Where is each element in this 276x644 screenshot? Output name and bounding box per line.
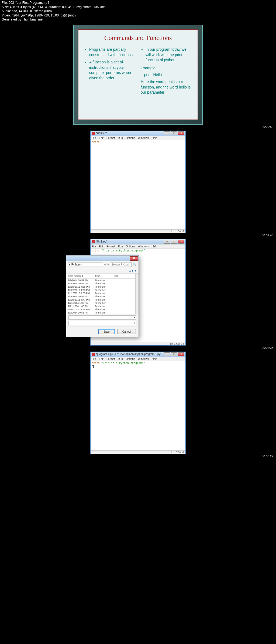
scrollbar[interactable] — [135, 274, 139, 314]
idle-window-3: *program 1.py - E:/Development/Python/pr… — [90, 352, 186, 454]
titlebar[interactable]: *Untitled* ─ □ ✕ — [91, 131, 185, 136]
filename-combo[interactable]: ▾ — [68, 315, 136, 320]
help-icon[interactable]: ● — [135, 269, 136, 272]
col-date[interactable]: Date modified — [66, 274, 93, 278]
minimize-button[interactable]: ─ — [164, 352, 170, 356]
menu-edit[interactable]: Edit — [99, 137, 104, 139]
code-string: "This is a Python program!" — [101, 362, 145, 365]
timestamp-2: 00:01:43 — [0, 233, 276, 237]
menu-windows[interactable]: Windows — [138, 357, 149, 360]
path-breadcrumb[interactable]: ▸ Python ▸ — [68, 262, 103, 267]
file-row[interactable]: 1/21/2014 1:00 PMFile folder — [66, 305, 139, 308]
example-label: Example — [141, 66, 192, 71]
col-type[interactable]: Type — [93, 274, 112, 278]
menu-file[interactable]: File — [92, 137, 96, 139]
col-size[interactable]: Size — [112, 274, 126, 278]
save-button[interactable]: Save — [98, 329, 115, 334]
python-icon — [92, 240, 95, 243]
maximize-button[interactable]: □ — [171, 131, 177, 135]
window-title: *program 1.py - E:/Development/Python/pr… — [96, 353, 164, 356]
file-row[interactable]: 1/7/2014 10:57 AMFile folder — [66, 279, 139, 282]
info-generated: Generated by Thumbnail me — [2, 18, 274, 22]
idle-window-1: *Untitled* ─ □ ✕ File Edit Format Run Op… — [90, 131, 186, 233]
info-file: File: 003 Your First Program.mp4 — [2, 1, 274, 5]
save-dialog: ✕ ▸ Python ▸ ▾ ↻ Search Python 🔍 ⊞ ▾ ● D… — [66, 255, 139, 337]
menu-format[interactable]: Format — [106, 137, 115, 139]
menu-windows[interactable]: Windows — [138, 137, 149, 139]
menu-format[interactable]: Format — [106, 245, 115, 248]
menu-file[interactable]: File — [92, 357, 96, 360]
file-list[interactable]: Date modified Type Size 1/7/2014 10:57 A… — [66, 274, 139, 314]
status-bar: Ln: 2 Col: 0 — [91, 450, 185, 454]
file-row[interactable]: 9/20/2013 12:36 PMFile folder — [66, 308, 139, 311]
menu-format[interactable]: Format — [106, 357, 115, 360]
code-editor[interactable]: print "This is a Python program!" p — [91, 361, 185, 450]
python-icon — [92, 353, 95, 356]
search-icon[interactable]: 🔍 — [133, 263, 137, 266]
menu-edit[interactable]: Edit — [99, 357, 104, 360]
titlebar[interactable]: *Untitled* ─ □ ✕ — [91, 239, 185, 244]
file-row[interactable]: 1/7/2014 10:53 PMFile folder — [66, 295, 139, 298]
file-row[interactable]: 12/28/2013 4:38 PMFile folder — [66, 285, 139, 288]
timestamp-3: 00:02:33 — [0, 346, 276, 350]
cancel-button[interactable]: Cancel — [117, 329, 136, 334]
menu-options[interactable]: Options — [126, 357, 135, 360]
menu-windows[interactable]: Windows — [138, 245, 149, 248]
slide-thumbnail-1: Commands and Functions Programs are part… — [73, 25, 203, 125]
close-button[interactable]: ✕ — [178, 131, 184, 135]
python-icon — [92, 132, 95, 135]
file-row[interactable]: 1/21/2014 1:02 PMFile folder — [66, 301, 139, 305]
menu-run[interactable]: Run — [118, 137, 123, 139]
maximize-button[interactable]: □ — [171, 240, 177, 244]
filetype-combo[interactable]: ▾ — [68, 321, 136, 325]
menubar: File Edit Format Run Options Windows Hel… — [91, 136, 185, 140]
file-row[interactable]: 12/28/2013 4:35 PMFile folder — [66, 292, 139, 295]
slide-bullet: Programs are partially constructed with … — [89, 47, 135, 57]
menubar: File Edit Format Run Options Windows Hel… — [91, 244, 185, 249]
slide-bullet: In our program today we will work with t… — [146, 47, 192, 63]
menu-file[interactable]: File — [92, 245, 96, 248]
close-button[interactable]: ✕ — [178, 240, 184, 244]
slide-bullet: A function is a set of instructions that… — [89, 60, 135, 81]
code-keyword: print — [92, 249, 101, 252]
code-string: "This is a Python program!" — [101, 249, 145, 252]
minimize-button[interactable]: ─ — [164, 240, 170, 244]
timestamp-1: 00:00:52 — [0, 125, 276, 129]
menu-help[interactable]: Help — [152, 137, 157, 139]
file-info-header: File: 003 Your First Program.mp4 Size: 4… — [0, 0, 276, 23]
file-row[interactable]: 1/7/2014 10:56 AMFile folder — [66, 311, 139, 314]
minimize-button[interactable]: ─ — [164, 131, 170, 135]
menu-edit[interactable]: Edit — [99, 245, 104, 248]
maximize-button[interactable]: □ — [171, 352, 177, 356]
titlebar[interactable]: *program 1.py - E:/Development/Python/pr… — [91, 352, 185, 357]
dropdown-icon[interactable]: ▾ — [104, 263, 106, 266]
menu-help[interactable]: Help — [152, 357, 157, 360]
menu-help[interactable]: Help — [152, 245, 157, 248]
refresh-icon[interactable]: ↻ — [107, 263, 109, 266]
window-title: *Untitled* — [96, 132, 164, 135]
menubar: File Edit Format Run Options Windows Hel… — [91, 357, 185, 361]
info-video: Video: h264, yuv420p, 1280x720, 15.00 fp… — [2, 13, 274, 18]
window-title: *Untitled* — [96, 240, 164, 243]
menu-options[interactable]: Options — [126, 245, 135, 248]
menu-run[interactable]: Run — [118, 245, 123, 248]
code-keyword: print — [92, 141, 100, 144]
search-input[interactable]: Search Python — [110, 262, 132, 267]
status-bar: Ln: 1 Col: 33 — [91, 342, 185, 345]
info-audio: Audio: aac, 44100 Hz, stereo (und) — [2, 9, 274, 13]
file-list-header: Date modified Type Size — [66, 274, 139, 279]
slide-text: Here the word print is our function, and… — [141, 79, 192, 95]
file-row[interactable]: 12/28/2013 4:35 PMFile folder — [66, 288, 139, 292]
menu-run[interactable]: Run — [118, 357, 123, 360]
menu-options[interactable]: Options — [126, 137, 135, 139]
code-editor[interactable]: print — [91, 140, 185, 229]
close-button[interactable]: ✕ — [178, 352, 184, 356]
dialog-close-button[interactable]: ✕ — [130, 256, 138, 261]
info-size: Size: 4267981 bytes (4.07 MiB), duration… — [2, 5, 274, 9]
file-row[interactable]: 1/7/2014 10:56 AMFile folder — [66, 282, 139, 285]
code-keyword: print — [92, 362, 101, 365]
slide-title: Commands and Functions — [84, 34, 192, 42]
status-bar: Ln: 1 Col: 5 — [91, 229, 185, 233]
file-row[interactable]: 12/26/2013 8:47 PMFile folder — [66, 298, 139, 301]
view-icon[interactable]: ⊞ ▾ — [129, 269, 133, 272]
